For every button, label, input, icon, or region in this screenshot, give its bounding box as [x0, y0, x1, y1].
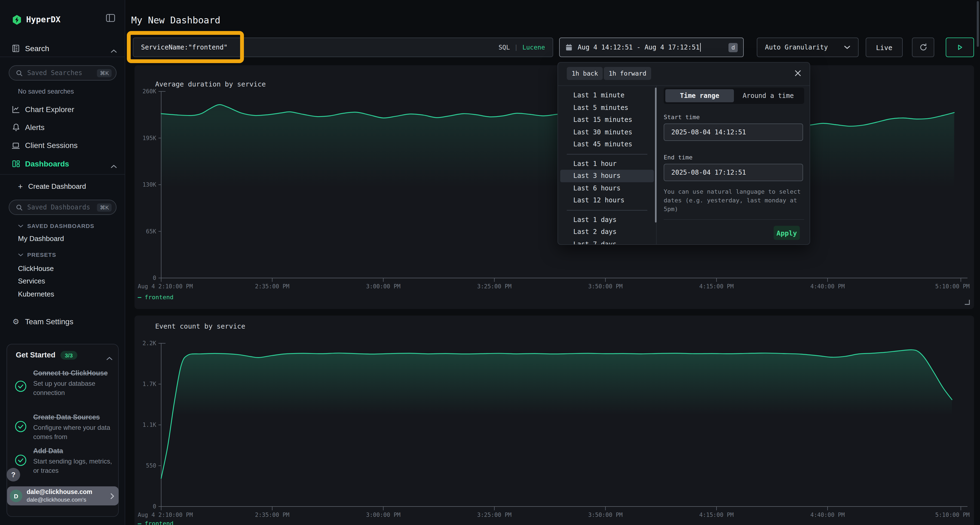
text-cursor: [700, 43, 701, 52]
chevron-down-icon: [18, 253, 24, 257]
time-option[interactable]: Last 30 minutes: [560, 126, 654, 138]
svg-text:65K: 65K: [146, 228, 156, 235]
laptop-icon: [11, 141, 20, 149]
search-journal-icon: [11, 44, 20, 53]
svg-text:4:15:00 PM: 4:15:00 PM: [699, 512, 733, 518]
shift-forward-button[interactable]: 1h forward: [604, 67, 651, 80]
time-range-options: Last 1 minuteLast 5 minutesLast 15 minut…: [558, 86, 656, 245]
page-scrollbar[interactable]: [977, 1, 979, 47]
legend-label: frontend: [145, 294, 173, 301]
chart-legend[interactable]: — frontend: [138, 520, 173, 525]
natural-language-hint: You can use natural language to select d…: [664, 188, 806, 214]
svg-text:3:25:00 PM: 3:25:00 PM: [477, 512, 512, 518]
time-option[interactable]: Last 1 minute: [560, 89, 654, 102]
svg-text:195K: 195K: [142, 135, 156, 141]
saved-searches-input[interactable]: Saved Searches ⌘K: [9, 65, 116, 81]
no-saved-searches-text: No saved searches: [18, 87, 74, 95]
section-saved-dashboards[interactable]: SAVED DASHBOARDS: [18, 222, 94, 229]
picker-mode-tabs: Time range Around a time: [664, 87, 804, 104]
get-started-item[interactable]: Add Data Start sending logs, metrics, or…: [33, 447, 115, 475]
get-started-title: Get Started: [16, 351, 56, 359]
run-query-button[interactable]: [946, 38, 974, 57]
create-dashboard-label: Create Dashboard: [28, 182, 86, 190]
svg-text:0: 0: [153, 503, 156, 510]
live-label: Live: [876, 43, 892, 51]
app-root: HyperDX Search Saved Searches ⌘K No save…: [0, 0, 980, 525]
chevron-up-icon[interactable]: [106, 353, 113, 363]
granularity-select[interactable]: Auto Granularity: [757, 38, 859, 57]
tab-around-a-time[interactable]: Around a time: [734, 89, 802, 102]
chevron-up-icon[interactable]: [111, 46, 117, 56]
sidebar-item-client-sessions[interactable]: Client Sessions: [11, 140, 78, 150]
get-started-progress-badge: 3/3: [60, 351, 77, 360]
time-option[interactable]: Last 1 days: [560, 214, 654, 226]
language-sql-toggle[interactable]: SQL: [498, 43, 510, 51]
chevron-up-icon[interactable]: [111, 161, 117, 171]
start-time-label: Start time: [664, 114, 700, 121]
time-option[interactable]: Last 7 days: [560, 238, 654, 245]
live-button[interactable]: Live: [865, 38, 903, 57]
time-option[interactable]: Last 6 hours: [560, 182, 654, 194]
check-circle-icon: [15, 380, 27, 395]
sidebar-item-services[interactable]: Services: [18, 277, 45, 285]
time-option[interactable]: Last 3 hours: [560, 170, 654, 182]
get-started-item-title: Add Data: [33, 447, 115, 456]
resize-handle-icon[interactable]: [964, 299, 970, 305]
dashboard-filter-input[interactable]: ServiceName:"frontend" SQL | Lucene: [133, 38, 553, 57]
user-menu[interactable]: D dale@clickhouse.com dale@clickhouse.co…: [7, 486, 119, 505]
time-option[interactable]: Last 2 days: [560, 226, 654, 238]
close-icon[interactable]: [794, 70, 802, 77]
chart-legend[interactable]: — frontend: [138, 294, 173, 301]
sidebar-item-kubernetes[interactable]: Kubernetes: [18, 290, 54, 298]
brand[interactable]: HyperDX: [13, 14, 60, 25]
sidebar-item-search[interactable]: Search: [11, 43, 49, 53]
svg-text:3:25:00 PM: 3:25:00 PM: [477, 283, 512, 290]
section-presets[interactable]: PRESETS: [18, 251, 56, 258]
line-chart[interactable]: 05501.1K1.7K2.2KAug 4 2:10:00 PM2:35:00 …: [134, 316, 974, 525]
brand-name: HyperDX: [26, 15, 60, 24]
sidebar-item-label: Chart Explorer: [25, 105, 74, 114]
svg-text:Aug 4 2:10:00 PM: Aug 4 2:10:00 PM: [138, 512, 193, 518]
time-option[interactable]: Last 1 hour: [560, 157, 654, 170]
svg-text:Aug 4 2:10:00 PM: Aug 4 2:10:00 PM: [138, 283, 193, 290]
svg-text:2:35:00 PM: 2:35:00 PM: [255, 283, 290, 290]
check-circle-icon: [15, 454, 27, 468]
end-time-input[interactable]: 2025-08-04 17:12:51: [664, 164, 803, 181]
help-button[interactable]: ?: [6, 468, 20, 482]
time-option[interactable]: Last 12 hours: [560, 194, 654, 206]
chevron-down-icon: [18, 224, 24, 228]
sidebar-item-clickhouse[interactable]: ClickHouse: [18, 265, 54, 273]
start-time-value: 2025-08-04 14:12:51: [671, 128, 746, 136]
sidebar-item-chart-explorer[interactable]: Chart Explorer: [11, 105, 74, 114]
sidebar-item-my-dashboard[interactable]: My Dashboard: [18, 235, 64, 243]
start-time-input[interactable]: 2025-08-04 14:12:51: [664, 124, 803, 141]
collapse-sidebar-icon[interactable]: [106, 13, 115, 25]
divider: [664, 219, 804, 220]
svg-text:5:10:00 PM: 5:10:00 PM: [935, 512, 970, 518]
sidebar-item-team-settings[interactable]: ⚙ Team Settings: [11, 317, 73, 327]
refresh-button[interactable]: [912, 38, 934, 57]
options-scrollbar[interactable]: [655, 87, 657, 222]
saved-dashboards-input[interactable]: Saved Dashboards ⌘K: [9, 200, 116, 215]
chart-title: Average duration by service: [155, 80, 266, 88]
time-option[interactable]: Last 15 minutes: [560, 114, 654, 126]
apply-button[interactable]: Apply: [774, 226, 800, 240]
create-dashboard-button[interactable]: + Create Dashboard: [18, 181, 86, 191]
get-started-item[interactable]: Create Data Sources Configure where your…: [33, 413, 118, 441]
language-lucene-toggle[interactable]: Lucene: [522, 43, 545, 51]
end-time-value: 2025-08-04 17:12:51: [671, 169, 746, 176]
sidebar-item-dashboards[interactable]: Dashboards: [11, 159, 69, 169]
search-icon: [16, 69, 23, 76]
time-option[interactable]: Last 5 minutes: [560, 102, 654, 114]
time-range-input[interactable]: Aug 4 14:12:51 - Aug 4 17:12:51 d: [559, 38, 744, 57]
svg-text:1.7K: 1.7K: [142, 381, 156, 387]
get-started-item[interactable]: Connect to ClickHouse Set up your databa…: [33, 369, 116, 397]
sidebar-item-alerts[interactable]: Alerts: [11, 122, 45, 132]
svg-text:0: 0: [153, 275, 156, 281]
sidebar-item-label: Client Sessions: [25, 141, 78, 150]
line-chart[interactable]: 065K130K195K260KAug 4 2:10:00 PM2:35:00 …: [134, 65, 974, 309]
tab-time-range[interactable]: Time range: [665, 89, 734, 102]
divider: [0, 174, 125, 174]
time-option[interactable]: Last 45 minutes: [560, 138, 654, 151]
shift-back-button[interactable]: 1h back: [567, 67, 603, 80]
